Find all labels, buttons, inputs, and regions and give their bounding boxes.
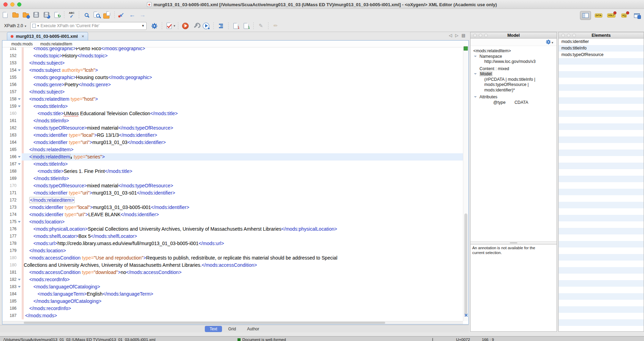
associate-schema-button[interactable]: ⤵ xyxy=(241,21,251,30)
prev-tab-icon[interactable]: ◁ xyxy=(449,33,452,38)
element-item-mods:titleInfo[interactable]: mods:titleInfo xyxy=(559,45,644,52)
code-line-164[interactable]: 164<mods:identifier type="uri">murg013_0… xyxy=(2,139,463,146)
edit-attributes-button[interactable]: ✎ xyxy=(256,21,266,30)
code-line-161[interactable]: 161</mods:titleInfo> xyxy=(2,117,463,124)
model-element[interactable]: <mods:relatedItem> xyxy=(471,48,557,54)
code-line-154[interactable]: 154<mods:subject authority="lcsh"> xyxy=(2,67,463,74)
code-line-171[interactable]: 171<mods:identifier type="uri">murg013_0… xyxy=(2,189,463,197)
find-replace-button[interactable] xyxy=(81,10,92,19)
fold-arrow-icon[interactable] xyxy=(18,163,21,165)
fold-arrow-icon[interactable] xyxy=(18,286,21,288)
fold-toggle[interactable] xyxy=(18,153,22,161)
document-tab[interactable]: murg013_01_03-b005-i001.xml × xyxy=(7,32,88,40)
mode-tab-grid[interactable]: Grid xyxy=(223,326,241,332)
panel-circle-icon[interactable] xyxy=(473,34,477,37)
code-line-166[interactable]: 166<mods:relatedItem type="series"> xyxy=(2,153,463,161)
code-line-182[interactable]: 182<mods:recordInfo> xyxy=(2,276,463,283)
fold-arrow-icon[interactable] xyxy=(18,106,21,107)
panel-circle-icon[interactable] xyxy=(572,34,576,37)
model-namespace-node[interactable]: Namespace xyxy=(471,54,557,59)
chevron-down-icon[interactable] xyxy=(474,96,477,98)
fold-toggle[interactable] xyxy=(18,161,22,168)
fold-toggle[interactable] xyxy=(18,103,22,110)
open-find-resource-button[interactable] xyxy=(102,10,112,19)
model-panel-header[interactable]: Model xyxy=(471,32,557,38)
reload-button[interactable]: ↻ xyxy=(52,10,62,19)
code-line-181[interactable]: 181<mods:accessCondition type="download"… xyxy=(2,269,463,276)
apply-transformation-button[interactable] xyxy=(180,21,191,30)
fold-arrow-icon[interactable] xyxy=(18,98,21,100)
code-line-167[interactable]: 167<mods:titleInfo> xyxy=(2,161,463,168)
code-line-180[interactable]: 180Collections and University Archives, … xyxy=(2,262,463,269)
fold-toggle[interactable] xyxy=(18,276,22,283)
fold-toggle[interactable] xyxy=(18,283,22,290)
fold-arrow-icon[interactable] xyxy=(18,221,21,223)
dita-perspective-button[interactable]: DITA xyxy=(593,11,604,20)
code-line-168[interactable]: 168<mods:title>Series 1. Fine Print</mod… xyxy=(2,168,463,175)
highlight-pen-button[interactable]: ✏ xyxy=(271,21,281,30)
validate-button[interactable] xyxy=(164,21,175,30)
code-line-187[interactable]: 187</mods:mods> xyxy=(2,312,463,319)
back-button[interactable]: ← xyxy=(127,10,137,19)
code-line-180[interactable]: 180<mods:accessCondition type="Use and r… xyxy=(2,254,463,262)
clear-highlights-icon[interactable]: ✕ xyxy=(464,313,468,318)
code-line-151[interactable]: 151<mods:geographic>Puerto Rico</mods:ge… xyxy=(2,47,463,52)
elements-panel-header[interactable]: Elements xyxy=(559,32,644,38)
xquery-debugger-button[interactable]: XQ xyxy=(619,11,629,20)
save-to-url-button[interactable] xyxy=(41,10,52,19)
code-line-179[interactable]: 179</mods:location> xyxy=(2,247,463,254)
element-item-mods:typeOfResource[interactable]: mods:typeOfResource xyxy=(559,52,644,58)
code-line-178[interactable]: 178<mods:url>http://credo.library.umass.… xyxy=(2,240,463,247)
code-line-155[interactable]: 155<mods:geographic>Housing courts</mods… xyxy=(2,74,463,81)
editor-perspective-button[interactable] xyxy=(580,11,591,20)
panel-circle-icon[interactable] xyxy=(479,34,482,37)
format-indent-button[interactable] xyxy=(216,21,226,30)
chevron-down-icon[interactable] xyxy=(474,56,477,57)
horizontal-scrollbar[interactable] xyxy=(2,321,463,324)
panel-circle-icon[interactable] xyxy=(561,34,565,37)
tab-list-icon[interactable]: ▤ xyxy=(462,33,465,38)
find-in-files-button[interactable] xyxy=(92,10,102,19)
fold-toggle[interactable] xyxy=(18,96,22,103)
code-line-177[interactable]: 177<mods:shelfLocator>Box 5</mods:shelfL… xyxy=(2,233,463,240)
model-settings-button[interactable]: ▼ xyxy=(546,40,554,44)
xpath-version-select[interactable]: XPath 2.0▼ xyxy=(4,23,27,28)
scrollbar-thumb[interactable] xyxy=(464,213,467,317)
save-button[interactable] xyxy=(31,10,41,19)
forward-button[interactable]: → xyxy=(137,10,148,19)
open-url-button[interactable] xyxy=(21,10,31,19)
last-modification-button[interactable]: ↙✱ xyxy=(117,10,127,19)
mode-tab-text[interactable]: Text xyxy=(205,326,222,332)
element-item-mods:identifier[interactable]: mods:identifier xyxy=(559,38,644,45)
vertical-scrollbar[interactable]: ✕ xyxy=(463,47,468,321)
spell-check-button[interactable]: ABC ✓ xyxy=(66,10,77,19)
fold-toggle[interactable] xyxy=(18,67,22,74)
breadcrumb-item-0[interactable]: mods:mods xyxy=(11,42,33,46)
model-attributes-node[interactable]: Attributes xyxy=(471,95,557,100)
xslt-debugger-button[interactable]: XSLT xyxy=(606,11,616,20)
fold-arrow-icon[interactable] xyxy=(18,279,21,280)
fold-toggle[interactable] xyxy=(18,218,22,226)
database-perspective-button[interactable] xyxy=(632,11,642,20)
code-line-160[interactable]: 160<mods:title>UMass Educational Televis… xyxy=(2,110,463,117)
code-line-184[interactable]: 184<mods:languageTerm>English</mods:lang… xyxy=(2,290,463,298)
fold-arrow-icon[interactable] xyxy=(18,69,21,71)
model-model-node[interactable]: Model xyxy=(471,72,557,77)
xpath-settings-button[interactable] xyxy=(149,21,160,30)
xml-refactoring-button[interactable]: ⤵ xyxy=(231,21,241,30)
code-line-174[interactable]: 174<mods:identifier type="uri">LEAVE BLA… xyxy=(2,211,463,218)
code-line-185[interactable]: 185</mods:languageOfCataloging> xyxy=(2,298,463,305)
code-line-186[interactable]: 186</mods:recordInfo> xyxy=(2,305,463,312)
code-line-159[interactable]: 159<mods:titleInfo> xyxy=(2,103,463,110)
model-attribute-row[interactable]: @typeCDATA xyxy=(471,100,557,106)
open-file-button[interactable] xyxy=(10,10,21,19)
tab-close-icon[interactable]: × xyxy=(82,34,84,38)
next-tab-icon[interactable]: ▷ xyxy=(455,33,458,38)
code-line-183[interactable]: 183<mods:languageOfCataloging> xyxy=(2,283,463,290)
chevron-down-icon[interactable] xyxy=(474,73,477,75)
scrollbar-thumb[interactable] xyxy=(24,322,385,324)
code-line-175[interactable]: 175<mods:location> xyxy=(2,218,463,226)
code-line-162[interactable]: 162<mods:typeOfResource>mixed material</… xyxy=(2,124,463,132)
debug-scenario-button[interactable] xyxy=(201,21,211,30)
breadcrumb-item-1[interactable]: mods:relatedItem xyxy=(40,42,72,46)
